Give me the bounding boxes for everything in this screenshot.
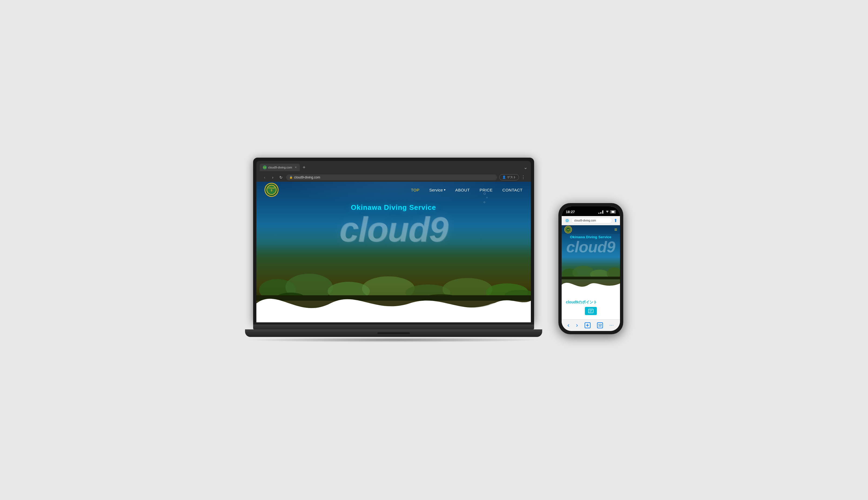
nav-service[interactable]: Service ▾	[429, 188, 445, 192]
phone-back-button[interactable]: ‹	[567, 322, 570, 329]
laptop-device: C9 cloud9-diving.com × + ⌄ ‹ › ↻ 🔒	[245, 158, 542, 342]
laptop-foot	[377, 332, 410, 334]
nav-service-label: Service	[429, 188, 443, 192]
forward-button[interactable]: ›	[270, 175, 276, 180]
tab-close-button[interactable]: ×	[295, 166, 297, 169]
phone-section-title: cloud9のポイント	[566, 300, 616, 305]
url-input[interactable]: 🔒 cloud9-diving.com	[286, 174, 497, 180]
back-button[interactable]: ‹	[262, 175, 268, 180]
nav-price[interactable]: PRICE	[480, 188, 492, 192]
site-navigation: Cloud 9 TOP Service ▾ ABOUT PRICE CONTAC…	[256, 182, 531, 198]
phone-device: 18:27 ▌▌▌	[559, 203, 623, 334]
nav-contact[interactable]: CONTACT	[503, 188, 523, 192]
phone-site-icon: 🌐	[564, 218, 570, 223]
phone-inner: 18:27 ▌▌▌	[562, 206, 620, 331]
nav-top[interactable]: TOP	[411, 188, 420, 192]
phone-content-section: cloud9のポイント	[562, 296, 620, 319]
nav-about[interactable]: ABOUT	[455, 188, 470, 192]
laptop-base	[253, 325, 534, 329]
phone-screen: 18:27 ▌▌▌	[562, 206, 620, 331]
tab-menu-button[interactable]: ⌄	[524, 164, 528, 170]
phone-outer: 18:27 ▌▌▌	[559, 203, 623, 334]
guest-icon: 👤	[502, 175, 506, 179]
svg-rect-24	[562, 277, 620, 279]
phone-hero-text: Okinawa Diving Service cloud9	[562, 235, 620, 255]
hero-text: Okinawa Diving Service cloud9	[256, 203, 531, 247]
phone-url-bar[interactable]: cloud9-diving.com	[571, 218, 612, 223]
tab-title: cloud9-diving.com	[268, 166, 292, 169]
phone-notch	[579, 206, 603, 213]
laptop-screen-outer: C9 cloud9-diving.com × + ⌄ ‹ › ↻ 🔒	[253, 158, 534, 322]
laptop-chrome: C9 cloud9-diving.com × + ⌄ ‹ › ↻ 🔒	[256, 161, 531, 182]
phone-bottom-nav: ‹ › + 12 ···	[562, 319, 620, 331]
phone-section-icon-area	[566, 307, 616, 315]
phone-time: 18:27	[566, 210, 575, 214]
laptop-hinge	[253, 322, 534, 325]
url-text: cloud9-diving.com	[294, 175, 320, 179]
phone-logo[interactable]: C9	[564, 226, 572, 234]
phone-forward-button[interactable]: ›	[576, 322, 578, 329]
nav-service-arrow: ▾	[444, 188, 445, 192]
svg-text:C9: C9	[263, 167, 266, 169]
phone-site-header: C9 ≡	[562, 225, 620, 234]
nav-links: TOP Service ▾ ABOUT PRICE CONTACT	[411, 188, 523, 192]
guest-button[interactable]: 👤 ゲスト	[499, 174, 519, 180]
svg-text:C9: C9	[567, 229, 569, 231]
phone-share-button[interactable]: ⬆	[614, 218, 617, 223]
phone-menu-button[interactable]: ···	[609, 323, 614, 328]
svg-point-19	[607, 212, 608, 213]
lock-icon: 🔒	[289, 176, 293, 179]
hero-title: cloud9	[256, 212, 531, 247]
phone-url-text: cloud9-diving.com	[574, 219, 596, 222]
phone-new-tab-button[interactable]: +	[585, 322, 590, 328]
phone-hero-title: cloud9	[562, 239, 620, 255]
wave-divider	[256, 282, 531, 322]
guest-label: ゲスト	[507, 175, 516, 179]
address-bar: ‹ › ↻ 🔒 cloud9-diving.com 👤 ゲスト ⋮	[260, 173, 528, 182]
tab-favicon: C9	[263, 166, 267, 169]
phone-tab-count-button[interactable]: 12	[597, 322, 603, 328]
tab-bar: C9 cloud9-diving.com × + ⌄	[260, 163, 528, 172]
refresh-button[interactable]: ↻	[278, 175, 284, 180]
browser-tab[interactable]: C9 cloud9-diving.com ×	[260, 163, 300, 171]
laptop-bottom	[245, 329, 542, 337]
laptop-shadow	[245, 338, 542, 342]
battery-icon	[610, 211, 616, 213]
svg-text:9: 9	[271, 189, 272, 192]
phone-hero: C9 ≡ Okinawa Diving Service cloud9	[562, 225, 620, 296]
scene: C9 cloud9-diving.com × + ⌄ ‹ › ↻ 🔒	[234, 147, 634, 353]
phone-browser-bar: 🌐 cloud9-diving.com ⬆	[562, 216, 620, 225]
wifi-icon	[606, 210, 609, 213]
site-logo[interactable]: Cloud 9	[265, 183, 279, 197]
new-tab-button[interactable]: +	[303, 165, 306, 170]
browser-menu-button[interactable]: ⋮	[521, 175, 526, 180]
laptop-viewport: Cloud 9 TOP Service ▾ ABOUT PRICE CONTAC…	[256, 182, 531, 322]
phone-hamburger-button[interactable]: ≡	[614, 227, 617, 232]
phone-icon-box	[585, 307, 597, 315]
phone-wave-divider	[562, 277, 620, 296]
phone-coral	[562, 252, 620, 279]
